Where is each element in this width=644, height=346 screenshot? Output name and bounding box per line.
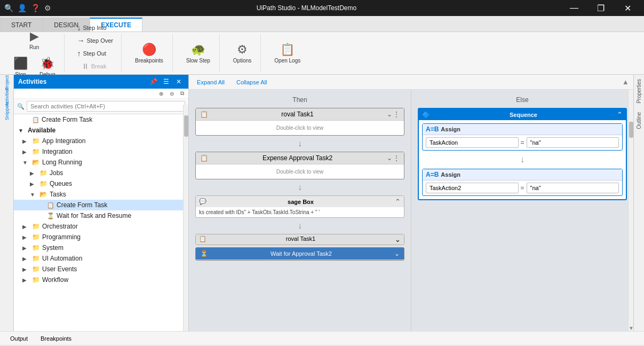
activity-icon-form: 📋 [32, 116, 39, 123]
approval-task1-menu[interactable]: ⋮ [393, 111, 400, 118]
run-button[interactable]: ▶ Run [22, 27, 46, 53]
assign1-field: TaskAction [426, 137, 519, 148]
tree-item-workflow[interactable]: ▶ 📁 Workflow [14, 274, 188, 285]
canvas-scrollbar[interactable]: ▼ [628, 90, 633, 331]
tree-item-integration[interactable]: ▶ 📁 Integration [14, 146, 188, 157]
activity-icon-create-form-task: 📋 [47, 202, 54, 209]
canvas-content[interactable]: Then 📋 roval Task1 ⌄ ⋮ Double-click to v… [189, 90, 633, 331]
open-logs-group: 📋 Open Logs [265, 34, 309, 72]
assign1-equals: = [521, 139, 524, 146]
search-bar: 🔍 [14, 99, 188, 114]
minimize-button[interactable]: — [562, 0, 586, 16]
scroll-up-button[interactable]: ▲ [622, 78, 629, 86]
tree-item-tasks[interactable]: ▼ 📂 Tasks [14, 189, 188, 200]
panel-pin-button[interactable]: 📌 [148, 76, 158, 87]
folder-icon-long-running: 📂 [32, 159, 40, 166]
app-title: UiPath Studio - MLModelTestDemo [51, 4, 562, 12]
search-magnifier-icon: 🔍 [17, 103, 25, 110]
open-logs-icon: 📋 [280, 43, 295, 57]
tree-item-wait-for-task[interactable]: ⏳ Wait for Task and Resume [14, 210, 188, 221]
approval-task2-menu[interactable]: ⋮ [393, 154, 400, 162]
panel-options-button[interactable]: ☰ [161, 76, 171, 87]
assign1-value: "na" [527, 137, 619, 148]
options-button[interactable]: ⚙ Options [228, 40, 256, 66]
slow-step-button[interactable]: 🐢 Slow Step [181, 40, 215, 66]
tree-item-jobs[interactable]: ▶ 📁 Jobs [14, 168, 188, 178]
approval-task2-header: 📋 Expense Approval Task2 ⌄ ⋮ [196, 152, 404, 164]
step-into-button[interactable]: ↓ Step Into [73, 22, 117, 34]
step-out-button[interactable]: ↑ Step Out [73, 48, 117, 59]
approval-task2-expand[interactable]: ⌄ [387, 154, 392, 162]
tree-item-programming[interactable]: ▶ 📁 Programming [14, 232, 188, 242]
search-icon[interactable]: 🔍 [4, 4, 13, 12]
panel-close-button[interactable]: ✕ [173, 76, 184, 87]
msgbox-block[interactable]: 💬 sage Box ⌃ ks created with IDs" + Task… [195, 195, 404, 218]
search-input[interactable] [27, 101, 185, 112]
output-tab[interactable]: Output [4, 334, 34, 343]
settings-icon[interactable]: ⚙ [44, 4, 51, 12]
folder-icon-integration: 📁 [32, 148, 40, 155]
activities-panel-header: Activities 📌 ☰ ✕ [14, 75, 188, 89]
copy-btn[interactable]: ⧉ [178, 90, 186, 97]
properties-label[interactable]: Properties [636, 77, 642, 106]
else-branch: Else 🔷 Sequence ⌃ A=B Assign [411, 90, 633, 331]
tree-item-long-running[interactable]: ▼ 📂 Long Running [14, 157, 188, 168]
wait-task2-block[interactable]: ⏳ Wait for Approval Task2 ⌄ [195, 247, 404, 261]
help-icon[interactable]: ❓ [31, 4, 40, 12]
tree-item-queues[interactable]: ▶ 📁 Queues [14, 178, 188, 189]
side-icon-snippets[interactable]: Snippets [1, 105, 13, 116]
tree-expander-queues: ▶ [30, 181, 37, 187]
expand-all-btn[interactable]: ⊕ [157, 90, 165, 97]
scroll-down-btn[interactable]: ▼ [629, 325, 633, 331]
tree-expander-app-integration: ▶ [22, 138, 30, 144]
approval-task1-expand[interactable]: ⌄ [387, 111, 392, 118]
sequence-expand-btn[interactable]: ⌃ [617, 111, 623, 119]
collapse-all-canvas-button[interactable]: Collapse All [233, 78, 271, 86]
approval-task2-content: Double-click to view [196, 164, 404, 179]
assign2-block[interactable]: A=B Assign TaskAction2 = "na" [422, 169, 623, 196]
assign2-row: TaskAction2 = "na" [423, 180, 622, 195]
else-label: Else [414, 94, 631, 106]
wait-icon: ⏳ [200, 250, 208, 257]
sequence-title: Sequence [510, 112, 537, 118]
outline-label[interactable]: Outline [636, 110, 642, 131]
activities-scrollbar[interactable] [183, 105, 188, 331]
open-logs-button[interactable]: 📋 Open Logs [269, 40, 305, 66]
approval-task2-block[interactable]: 📋 Expense Approval Task2 ⌄ ⋮ Double-clic… [195, 152, 404, 179]
break-button[interactable]: ⏸ Break [78, 60, 113, 72]
step-over-button[interactable]: → Step Over [73, 35, 117, 46]
step-out-icon: ↑ [77, 49, 81, 58]
sequence-block[interactable]: 🔷 Sequence ⌃ A=B Assign TaskAction [418, 108, 627, 200]
maximize-button[interactable]: ❐ [589, 0, 613, 16]
tree-item-available[interactable]: ▼ Available [14, 125, 188, 136]
tree-item-app-integration[interactable]: ▶ 📁 App Integration [14, 136, 188, 146]
close-button[interactable]: ✕ [615, 0, 640, 16]
wait-task2-expand[interactable]: ⌄ [394, 250, 400, 257]
collapse-all-btn[interactable]: ⊖ [168, 90, 176, 97]
approval-task1-block[interactable]: 📋 roval Task1 ⌄ ⋮ Double-click to view [195, 108, 404, 136]
assign1-icon: A=B [426, 125, 439, 133]
tree-item-system[interactable]: ▶ 📁 System [14, 242, 188, 253]
msgbox-expand-btn[interactable]: ⌃ [395, 198, 401, 206]
tree-item-orchestrator[interactable]: ▶ 📁 Orchestrator [14, 221, 188, 232]
assign2-field: TaskAction2 [426, 183, 519, 193]
assign1-block[interactable]: A=B Assign TaskAction = "na" [422, 123, 623, 151]
tree-item-create-form-task-recent[interactable]: 📋 Create Form Task [14, 114, 188, 125]
breakpoints-tab[interactable]: Breakpoints [35, 334, 77, 343]
folder-icon-user-events: 📁 [32, 265, 40, 273]
wait-tasks-container: 📋 roval Task1 ⌄ [195, 234, 404, 245]
folder-icon-jobs: 📁 [39, 169, 47, 177]
title-icons: 🔍 👤 ❓ ⚙ [4, 4, 51, 12]
slow-step-group: 🐢 Slow Step [177, 34, 220, 72]
tree-item-ui-automation[interactable]: ▶ 📁 UI Automation [14, 253, 188, 264]
tree-item-create-form-task[interactable]: 📋 Create Form Task [14, 200, 188, 210]
assign2-header: A=B Assign [423, 169, 622, 180]
account-icon[interactable]: 👤 [18, 4, 27, 12]
assign1-title: Assign [441, 126, 460, 132]
expand-all-canvas-button[interactable]: Expand All [193, 78, 228, 86]
tree-item-user-events[interactable]: ▶ 📁 User Events [14, 264, 188, 274]
side-icons: Project Activities Snippets [0, 75, 14, 331]
breakpoints-button[interactable]: 🔴 Breakpoints [130, 40, 168, 66]
wait-task1-btn[interactable]: ⌄ [395, 235, 401, 243]
tree-expander-system: ▶ [22, 245, 30, 251]
